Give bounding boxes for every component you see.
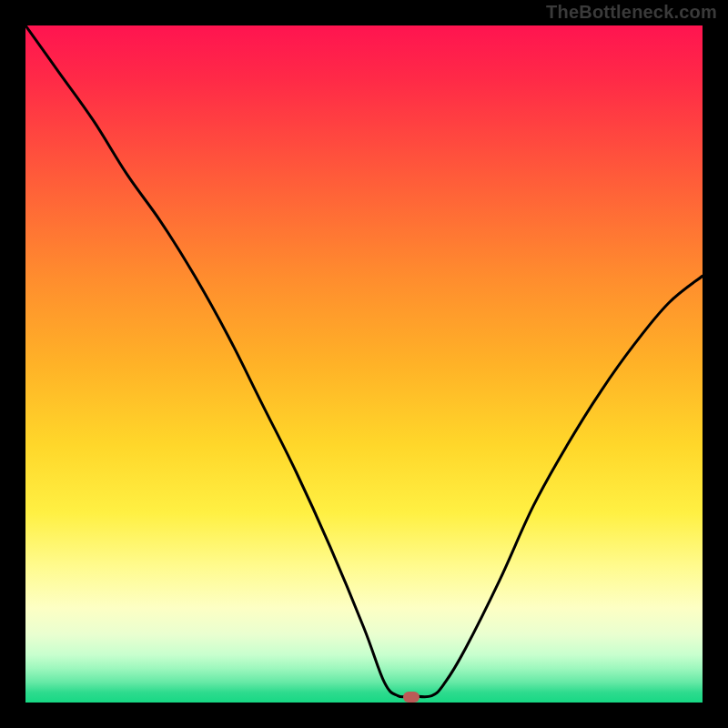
bottleneck-curve [25,25,703,703]
chart-frame: TheBottleneck.com [0,0,728,728]
optimal-marker [403,692,420,703]
attribution-text: TheBottleneck.com [546,2,717,23]
plot-area [25,25,703,703]
